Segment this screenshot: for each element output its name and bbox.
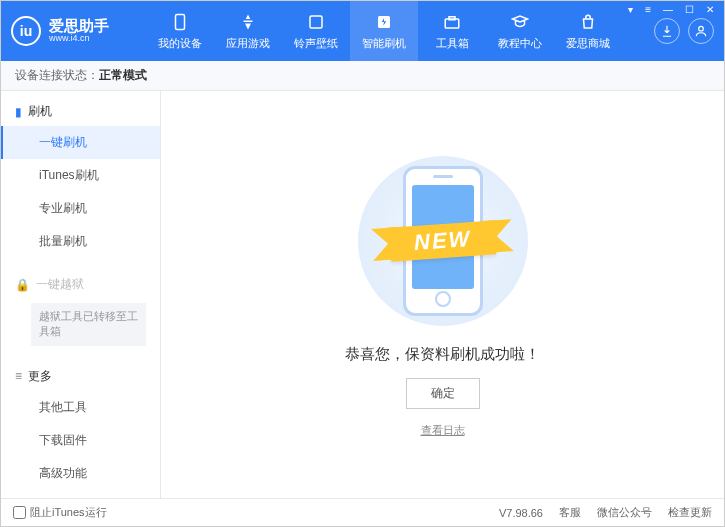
nav-store[interactable]: 爱思商城 <box>554 1 622 61</box>
nav-smart-flash[interactable]: 智能刷机 <box>350 1 418 61</box>
status-bar: 设备连接状态： 正常模式 <box>1 61 724 91</box>
checkbox-block-itunes[interactable]: 阻止iTunes运行 <box>13 505 107 520</box>
list-icon: ≡ <box>15 369 22 383</box>
maximize-button[interactable]: ☐ <box>682 4 697 15</box>
jailbreak-note: 越狱工具已转移至工具箱 <box>31 303 146 346</box>
ringtone-icon <box>306 12 326 32</box>
logo: iu 爱思助手 www.i4.cn <box>11 16 146 46</box>
success-illustration: NEW <box>343 151 543 331</box>
sidebar-item-onekey-flash[interactable]: 一键刷机 <box>1 126 160 159</box>
phone-icon: ▮ <box>15 105 22 119</box>
menu-icon[interactable]: ≡ <box>642 4 654 15</box>
header-actions <box>654 18 714 44</box>
store-icon <box>578 12 598 32</box>
tutorial-icon <box>510 12 530 32</box>
nav-my-device[interactable]: 我的设备 <box>146 1 214 61</box>
footer-link-update[interactable]: 检查更新 <box>668 505 712 520</box>
nav-apps-games[interactable]: 应用游戏 <box>214 1 282 61</box>
view-log-link[interactable]: 查看日志 <box>421 423 465 438</box>
sidebar: ▮ 刷机 一键刷机 iTunes刷机 专业刷机 批量刷机 🔒 一键越狱 越狱工具… <box>1 91 161 498</box>
sidebar-item-pro-flash[interactable]: 专业刷机 <box>1 192 160 225</box>
sidebar-section-jailbreak: 🔒 一键越狱 <box>1 270 160 299</box>
ok-button[interactable]: 确定 <box>406 378 480 409</box>
sidebar-item-other-tools[interactable]: 其他工具 <box>1 391 160 424</box>
lock-icon: 🔒 <box>15 278 30 292</box>
success-message: 恭喜您，保资料刷机成功啦！ <box>345 345 540 364</box>
download-button[interactable] <box>654 18 680 44</box>
sidebar-item-batch-flash[interactable]: 批量刷机 <box>1 225 160 258</box>
toolbox-icon <box>442 12 462 32</box>
nav-toolbox[interactable]: 工具箱 <box>418 1 486 61</box>
device-icon <box>170 12 190 32</box>
close-button[interactable]: ✕ <box>703 4 717 15</box>
main-nav: 我的设备 应用游戏 铃声壁纸 智能刷机 工具箱 教程中心 <box>146 1 654 61</box>
footer-link-wechat[interactable]: 微信公众号 <box>597 505 652 520</box>
sidebar-item-download-firmware[interactable]: 下载固件 <box>1 424 160 457</box>
status-mode: 正常模式 <box>99 67 147 84</box>
user-button[interactable] <box>688 18 714 44</box>
svg-rect-0 <box>176 14 185 29</box>
apps-icon <box>238 12 258 32</box>
app-title: 爱思助手 <box>49 18 109 35</box>
sidebar-section-flash[interactable]: ▮ 刷机 <box>1 97 160 126</box>
sidebar-section-more[interactable]: ≡ 更多 <box>1 362 160 391</box>
minimize-button[interactable]: — <box>660 4 676 15</box>
footer: 阻止iTunes运行 V7.98.66 客服 微信公众号 检查更新 <box>1 498 724 526</box>
main-content: NEW 恭喜您，保资料刷机成功啦！ 确定 查看日志 <box>161 91 724 498</box>
cart-icon[interactable]: ▾ <box>625 4 636 15</box>
sidebar-item-itunes-flash[interactable]: iTunes刷机 <box>1 159 160 192</box>
nav-ringtones[interactable]: 铃声壁纸 <box>282 1 350 61</box>
header: iu 爱思助手 www.i4.cn 我的设备 应用游戏 铃声壁纸 智能刷机 <box>1 1 724 61</box>
flash-icon <box>374 12 394 32</box>
version-label: V7.98.66 <box>499 507 543 519</box>
window-controls: ▾ ≡ — ☐ ✕ <box>625 4 717 15</box>
sidebar-item-advanced[interactable]: 高级功能 <box>1 457 160 490</box>
nav-tutorials[interactable]: 教程中心 <box>486 1 554 61</box>
svg-point-5 <box>699 26 704 31</box>
status-label: 设备连接状态： <box>15 67 99 84</box>
logo-icon: iu <box>11 16 41 46</box>
footer-link-support[interactable]: 客服 <box>559 505 581 520</box>
svg-rect-1 <box>310 16 322 28</box>
app-subtitle: www.i4.cn <box>49 34 109 44</box>
